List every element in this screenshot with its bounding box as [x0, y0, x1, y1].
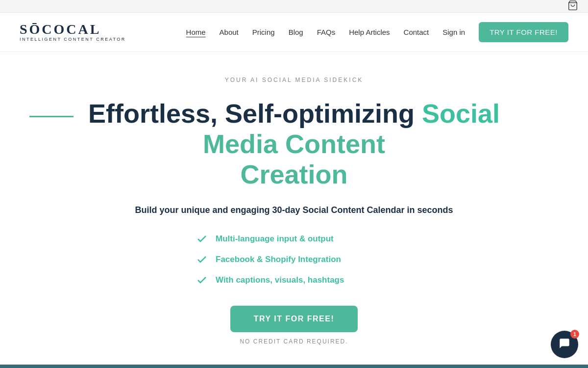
check-icon-2 [196, 254, 208, 265]
nav-help[interactable]: Help Articles [349, 28, 390, 36]
nav-blog[interactable]: Blog [289, 28, 303, 36]
hero-title: Effortless, Self-optimizing Social Media… [74, 98, 514, 189]
nav-cta-button[interactable]: TRY IT FOR FREE! [479, 22, 568, 42]
nav-about[interactable]: About [220, 28, 239, 36]
feature-text-3: With captions, visuals, hashtags [216, 275, 344, 285]
feature-text-1: Multi-language input & output [216, 234, 334, 244]
chat-icon [558, 337, 571, 352]
hero-description: Build your unique and engaging 30-day So… [135, 205, 453, 215]
cart-icon [567, 0, 578, 11]
top-bar [0, 0, 588, 13]
no-cc-text: NO CREDIT CARD REQUIRED. [240, 338, 348, 345]
nav-pricing[interactable]: Pricing [252, 28, 275, 36]
cart-button[interactable] [567, 0, 578, 13]
chat-bubble-icon [558, 337, 571, 350]
nav-links: Home About Pricing Blog FAQs Help Articl… [186, 28, 568, 37]
navigation: SŌCOCAL INTELLIGENT CONTENT CREATOR Home… [0, 13, 588, 52]
hero-accent-line [29, 116, 74, 117]
check-icon-3 [196, 274, 208, 286]
feature-item-3: With captions, visuals, hashtags [196, 274, 344, 286]
hero-title-part1: Effortless, Self-optimizing [88, 99, 422, 128]
feature-text-2: Facebook & Shopify Integration [216, 255, 341, 264]
hero-subtitle: YOUR AI SOCIAL MEDIA SIDEKICK [225, 77, 364, 83]
nav-faqs[interactable]: FAQs [317, 28, 336, 36]
check-icon-1 [196, 233, 208, 245]
logo-tagline: INTELLIGENT CONTENT CREATOR [20, 37, 126, 42]
logo-name: SŌCOCAL [20, 23, 126, 36]
chat-widget[interactable]: 1 [551, 331, 578, 358]
nav-contact[interactable]: Contact [404, 28, 429, 36]
nav-signin[interactable]: Sign in [442, 28, 465, 36]
hero-cta-button[interactable]: TRY IT FOR FREE! [230, 306, 358, 332]
feature-list: Multi-language input & output Facebook &… [196, 233, 392, 286]
hero-section: YOUR AI SOCIAL MEDIA SIDEKICK Effortless… [0, 52, 588, 365]
feature-item-2: Facebook & Shopify Integration [196, 254, 341, 265]
hero-title-creation: Creation [240, 159, 347, 189]
trusted-section: Trusted and Featured On [0, 365, 588, 368]
hero-title-teal: Social [422, 99, 500, 128]
feature-item-1: Multi-language input & output [196, 233, 334, 245]
logo[interactable]: SŌCOCAL INTELLIGENT CONTENT CREATOR [20, 23, 126, 42]
hero-title-green: Media Content [203, 129, 385, 158]
nav-home[interactable]: Home [186, 28, 206, 36]
chat-badge: 1 [570, 330, 579, 339]
